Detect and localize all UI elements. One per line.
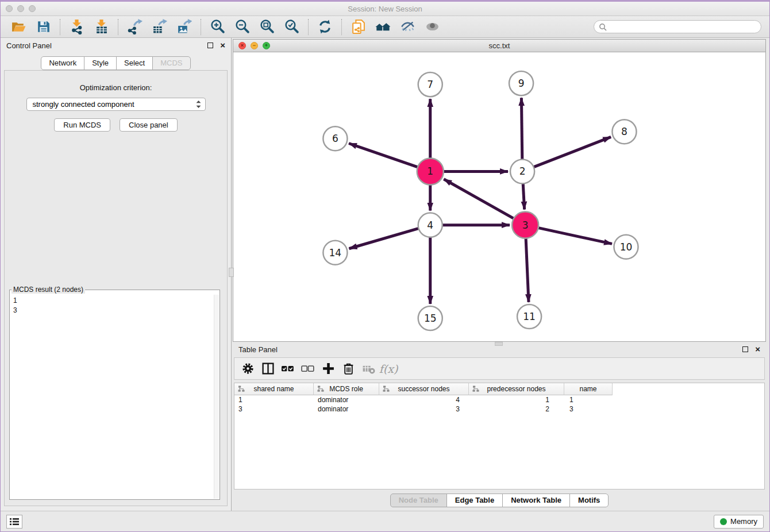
table-toolbar: f(x)	[234, 357, 765, 380]
delete-trash-icon[interactable]	[341, 362, 356, 376]
tab-network-table[interactable]: Network Table	[502, 494, 570, 507]
save-session-icon[interactable]	[36, 19, 51, 34]
delete-table-icon[interactable]	[361, 362, 376, 376]
optimization-criterion-label: Optimization criterion:	[5, 83, 227, 92]
network-table-splitter-grip[interactable]	[495, 342, 503, 346]
result-scrollbar[interactable]	[214, 295, 219, 499]
cell[interactable]: 1	[234, 395, 314, 404]
panel-splitter-grip[interactable]	[229, 268, 234, 277]
app-window: Session: New Session Con	[0, 0, 770, 532]
column-header-MCDS-role[interactable]: MCDS role	[314, 383, 379, 395]
tab-style[interactable]: Style	[84, 56, 117, 70]
mcds-result-text[interactable]: 1 3	[10, 295, 219, 499]
cell[interactable]: 3	[564, 404, 613, 414]
export-image-icon[interactable]	[176, 19, 192, 34]
import-table-icon[interactable]	[94, 19, 109, 34]
graph-node-2[interactable]: 2	[510, 159, 534, 183]
home-icon[interactable]	[375, 19, 391, 34]
cell[interactable]: 1	[469, 395, 564, 404]
show-columns-icon[interactable]	[260, 362, 275, 376]
graph-node-3[interactable]: 3	[512, 212, 538, 238]
tab-network[interactable]: Network	[41, 56, 84, 70]
graph-node-1[interactable]: 1	[417, 158, 444, 184]
zoom-fit-icon[interactable]	[259, 19, 275, 34]
memory-button[interactable]: Memory	[714, 515, 764, 529]
deselect-all-checkboxes-icon[interactable]	[301, 362, 315, 376]
network-maximize-button[interactable]: +	[263, 42, 270, 49]
column-header-predecessor-nodes[interactable]: predecessor nodes	[469, 383, 564, 395]
function-builder-icon[interactable]: f(x)	[381, 362, 396, 376]
column-header-successor-nodes[interactable]: successor nodes	[379, 383, 469, 395]
table-panel-close-icon[interactable]: ×	[755, 346, 760, 352]
zoom-selected-icon[interactable]	[284, 19, 299, 34]
edge-2-8[interactable]	[522, 137, 611, 171]
table-row[interactable]: 1dominator411	[234, 395, 764, 404]
svg-text:10: 10	[620, 241, 633, 253]
search-input[interactable]	[594, 20, 761, 33]
cell[interactable]: 1	[564, 395, 613, 404]
network-graph[interactable]: 7968124314101511	[233, 52, 765, 341]
refresh-icon[interactable]	[317, 19, 333, 34]
graph-node-4[interactable]: 4	[418, 213, 442, 237]
show-all-eye-icon[interactable]	[425, 19, 440, 34]
open-session-icon[interactable]	[11, 19, 26, 34]
graph-node-10[interactable]: 10	[614, 235, 638, 259]
select-all-checkboxes-icon[interactable]	[280, 362, 295, 376]
import-network-icon[interactable]	[69, 19, 84, 34]
select-arrows-icon	[195, 100, 202, 109]
graph-node-6[interactable]: 6	[323, 126, 347, 151]
add-column-plus-icon[interactable]	[321, 362, 336, 376]
tab-node-table[interactable]: Node Table	[390, 494, 447, 507]
column-header-name[interactable]: name	[564, 383, 613, 395]
network-minimize-button[interactable]: −	[251, 42, 258, 49]
edge-3-1[interactable]	[444, 179, 525, 225]
zoom-in-icon[interactable]	[210, 19, 225, 34]
svg-text:15: 15	[424, 313, 437, 324]
cell[interactable]: 4	[379, 395, 469, 404]
cell[interactable]: 3	[234, 404, 314, 414]
export-network-icon[interactable]	[127, 19, 143, 34]
hide-selected-eye-icon[interactable]	[400, 19, 415, 34]
network-window-titlebar: × − + scc.txt	[233, 40, 765, 52]
graph-node-9[interactable]: 9	[509, 71, 533, 95]
run-mcds-button[interactable]: Run MCDS	[54, 118, 110, 132]
mcds-panel: Optimization criterion: strongly connect…	[4, 70, 228, 506]
search-icon	[599, 23, 607, 31]
task-history-button[interactable]	[6, 515, 22, 529]
graph-node-15[interactable]: 15	[418, 306, 442, 330]
table-panel-title: Table Panel	[238, 345, 278, 354]
column-header-shared-name[interactable]: shared name	[234, 383, 314, 395]
graph-node-8[interactable]: 8	[612, 119, 636, 144]
criterion-select[interactable]: strongly connected component	[26, 98, 206, 111]
table-panel-float-icon[interactable]	[742, 346, 748, 352]
mcds-result-box: MCDS result (2 nodes) 1 3	[9, 286, 220, 500]
control-panel-float-icon[interactable]	[207, 43, 213, 48]
network-close-button[interactable]: ×	[238, 42, 246, 49]
graph-node-7[interactable]: 7	[418, 72, 442, 97]
graph-node-11[interactable]: 11	[517, 304, 541, 329]
network-canvas[interactable]: 7968124314101511	[233, 52, 765, 341]
control-panel-close-icon[interactable]: ×	[220, 43, 225, 48]
table-settings-gear-icon[interactable]	[240, 362, 255, 376]
window-titlebar: Session: New Session	[1, 2, 769, 16]
tab-motifs[interactable]: Motifs	[569, 494, 609, 507]
table-panel: Table Panel × f(x) shared nameMCDS	[233, 342, 766, 511]
mcds-result-title: MCDS result (2 nodes)	[11, 286, 85, 294]
cell[interactable]: 3	[379, 404, 469, 414]
close-panel-button[interactable]: Close panel	[120, 118, 178, 132]
svg-text:1: 1	[427, 165, 433, 177]
cell[interactable]: dominator	[314, 404, 379, 414]
zoom-out-icon[interactable]	[234, 19, 250, 34]
table-row[interactable]: 3dominator323	[234, 404, 764, 414]
tab-select[interactable]: Select	[116, 56, 153, 70]
tab-edge-table[interactable]: Edge Table	[446, 494, 503, 507]
graph-node-14[interactable]: 14	[323, 241, 347, 265]
svg-text:7: 7	[427, 79, 433, 90]
clone-network-icon[interactable]	[351, 19, 366, 34]
export-table-icon[interactable]	[152, 19, 167, 34]
svg-text:9: 9	[518, 78, 525, 89]
cell[interactable]: 2	[469, 404, 564, 414]
cell[interactable]: dominator	[314, 395, 379, 404]
tab-mcds[interactable]: MCDS	[152, 56, 190, 70]
table-body: 1dominator4113dominator323	[234, 395, 764, 414]
